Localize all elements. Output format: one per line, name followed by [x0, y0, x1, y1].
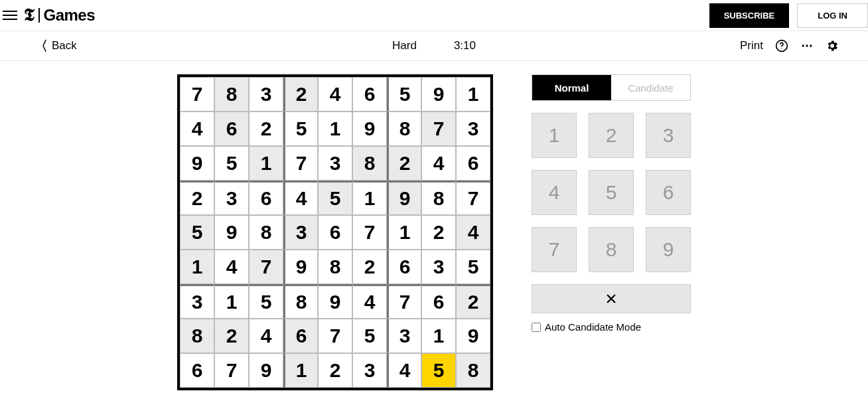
- cell-r2-c1[interactable]: 5: [214, 146, 249, 181]
- numpad-7[interactable]: 7: [532, 227, 577, 272]
- cell-r2-c2[interactable]: 1: [249, 146, 283, 181]
- cell-r4-c8[interactable]: 4: [456, 215, 490, 250]
- numpad-1[interactable]: 1: [532, 113, 577, 158]
- cell-r5-c2[interactable]: 7: [249, 250, 283, 284]
- cell-r6-c5[interactable]: 4: [352, 284, 387, 319]
- cell-r8-c8[interactable]: 8: [456, 353, 490, 388]
- cell-r5-c3[interactable]: 9: [283, 250, 318, 284]
- cell-r8-c5[interactable]: 3: [352, 353, 387, 388]
- mode-candidate-button[interactable]: Candidate: [611, 75, 690, 100]
- cell-r8-c0[interactable]: 6: [180, 353, 214, 388]
- cell-r8-c2[interactable]: 9: [249, 353, 283, 388]
- cell-r2-c7[interactable]: 4: [421, 146, 456, 181]
- cell-r7-c0[interactable]: 8: [180, 319, 214, 353]
- cell-r5-c1[interactable]: 4: [214, 250, 249, 284]
- cell-r1-c1[interactable]: 6: [214, 112, 249, 146]
- cell-r1-c5[interactable]: 9: [352, 112, 387, 146]
- more-icon[interactable]: [800, 39, 814, 52]
- cell-r0-c3[interactable]: 2: [283, 77, 318, 112]
- cell-r7-c8[interactable]: 9: [456, 319, 490, 353]
- cell-r0-c1[interactable]: 8: [214, 77, 249, 112]
- numpad-9[interactable]: 9: [646, 227, 691, 272]
- brand[interactable]: 𝕿 Games: [24, 5, 95, 25]
- cell-r6-c2[interactable]: 5: [249, 284, 283, 319]
- cell-r6-c7[interactable]: 6: [421, 284, 456, 319]
- cell-r0-c6[interactable]: 5: [387, 77, 421, 112]
- cell-r0-c2[interactable]: 3: [249, 77, 283, 112]
- numpad-3[interactable]: 3: [646, 113, 691, 158]
- cell-r6-c6[interactable]: 7: [387, 284, 421, 319]
- cell-r5-c4[interactable]: 8: [318, 250, 352, 284]
- cell-r2-c8[interactable]: 6: [456, 146, 490, 181]
- cell-r6-c1[interactable]: 1: [214, 284, 249, 319]
- cell-r3-c4[interactable]: 5: [318, 181, 352, 215]
- cell-r8-c6[interactable]: 4: [387, 353, 421, 388]
- cell-r1-c4[interactable]: 1: [318, 112, 352, 146]
- cell-r2-c3[interactable]: 7: [283, 146, 318, 181]
- numpad-4[interactable]: 4: [532, 170, 577, 215]
- cell-r3-c2[interactable]: 6: [249, 181, 283, 215]
- cell-r5-c6[interactable]: 6: [387, 250, 421, 284]
- cell-r3-c3[interactable]: 4: [283, 181, 318, 215]
- cell-r1-c2[interactable]: 2: [249, 112, 283, 146]
- help-icon[interactable]: [775, 39, 788, 52]
- cell-r8-c1[interactable]: 7: [214, 353, 249, 388]
- cell-r4-c6[interactable]: 1: [387, 215, 421, 250]
- cell-r0-c5[interactable]: 6: [352, 77, 387, 112]
- cell-r6-c0[interactable]: 3: [180, 284, 214, 319]
- cell-r0-c0[interactable]: 7: [180, 77, 214, 112]
- clear-button[interactable]: [532, 284, 691, 313]
- cell-r7-c2[interactable]: 4: [249, 319, 283, 353]
- cell-r7-c3[interactable]: 6: [283, 319, 318, 353]
- cell-r5-c5[interactable]: 2: [352, 250, 387, 284]
- cell-r2-c4[interactable]: 3: [318, 146, 352, 181]
- cell-r2-c0[interactable]: 9: [180, 146, 214, 181]
- cell-r0-c7[interactable]: 9: [421, 77, 456, 112]
- cell-r7-c1[interactable]: 2: [214, 319, 249, 353]
- cell-r8-c4[interactable]: 2: [318, 353, 352, 388]
- cell-r1-c7[interactable]: 7: [421, 112, 456, 146]
- cell-r6-c8[interactable]: 2: [456, 284, 490, 319]
- login-button[interactable]: LOG IN: [797, 3, 868, 28]
- auto-candidate-row[interactable]: Auto Candidate Mode: [532, 321, 691, 333]
- cell-r5-c8[interactable]: 5: [456, 250, 490, 284]
- cell-r2-c5[interactable]: 8: [352, 146, 387, 181]
- cell-r1-c8[interactable]: 3: [456, 112, 490, 146]
- cell-r5-c0[interactable]: 1: [180, 250, 214, 284]
- cell-r7-c4[interactable]: 7: [318, 319, 352, 353]
- cell-r2-c6[interactable]: 2: [387, 146, 421, 181]
- numpad-2[interactable]: 2: [589, 113, 634, 158]
- numpad-5[interactable]: 5: [589, 170, 634, 215]
- numpad-6[interactable]: 6: [646, 170, 691, 215]
- cell-r7-c5[interactable]: 5: [352, 319, 387, 353]
- cell-r0-c4[interactable]: 4: [318, 77, 352, 112]
- cell-r3-c6[interactable]: 9: [387, 181, 421, 215]
- cell-r3-c0[interactable]: 2: [180, 181, 214, 215]
- cell-r4-c1[interactable]: 9: [214, 215, 249, 250]
- cell-r3-c5[interactable]: 1: [352, 181, 387, 215]
- cell-r5-c7[interactable]: 3: [421, 250, 456, 284]
- settings-icon[interactable]: [826, 39, 839, 52]
- print-button[interactable]: Print: [740, 39, 763, 52]
- mode-normal-button[interactable]: Normal: [532, 75, 611, 100]
- cell-r8-c3[interactable]: 1: [283, 353, 318, 388]
- cell-r1-c0[interactable]: 4: [180, 112, 214, 146]
- cell-r4-c7[interactable]: 2: [421, 215, 456, 250]
- cell-r1-c6[interactable]: 8: [387, 112, 421, 146]
- subscribe-button[interactable]: SUBSCRIBE: [709, 3, 790, 28]
- cell-r3-c7[interactable]: 8: [421, 181, 456, 215]
- cell-r6-c3[interactable]: 8: [283, 284, 318, 319]
- auto-candidate-checkbox[interactable]: [532, 323, 541, 332]
- cell-r4-c3[interactable]: 3: [283, 215, 318, 250]
- cell-r7-c6[interactable]: 3: [387, 319, 421, 353]
- back-button[interactable]: 〈 Back: [35, 37, 77, 55]
- numpad-8[interactable]: 8: [589, 227, 634, 272]
- cell-r7-c7[interactable]: 1: [421, 319, 456, 353]
- cell-r3-c8[interactable]: 7: [456, 181, 490, 215]
- menu-icon[interactable]: [3, 8, 17, 23]
- cell-r4-c5[interactable]: 7: [352, 215, 387, 250]
- cell-r4-c2[interactable]: 8: [249, 215, 283, 250]
- cell-r4-c4[interactable]: 6: [318, 215, 352, 250]
- cell-r6-c4[interactable]: 9: [318, 284, 352, 319]
- cell-r4-c0[interactable]: 5: [180, 215, 214, 250]
